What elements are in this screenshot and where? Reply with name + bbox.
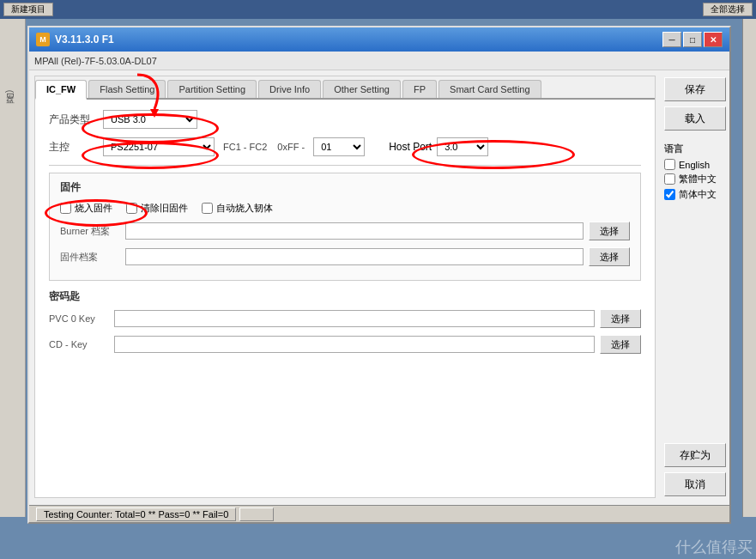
auto-burn-label: 自动烧入韧体: [216, 202, 273, 215]
save-button[interactable]: 保存: [664, 77, 726, 101]
cd-browse-button[interactable]: 选择: [600, 335, 641, 354]
main-controller-label: 主控: [49, 140, 96, 155]
firmware-browse-button[interactable]: 选择: [589, 247, 630, 266]
minimize-button[interactable]: ─: [662, 32, 681, 47]
window-title: V3.11.3.0 F1: [55, 33, 114, 46]
burn-firmware-label: 烧入固件: [75, 202, 112, 215]
firmware-file-label: 固件档案: [60, 251, 120, 264]
sub-toolbar: MPAll (Rel)-7F-5.03.0A-DL07: [29, 52, 729, 70]
host-port-label: Host Port: [389, 141, 432, 153]
burn-firmware-checkbox-item[interactable]: 烧入固件: [60, 202, 112, 215]
product-type-select[interactable]: USB 3.0 USB 2.0: [103, 110, 197, 129]
subtitle-text: MPAll (Rel)-7F-5.03.0A-DL07: [34, 56, 157, 66]
lang-traditional-item[interactable]: 繁體中文: [664, 173, 726, 185]
language-title: 语言: [664, 143, 726, 155]
scrollbar[interactable]: [742, 19, 756, 517]
password-title: 密码匙: [49, 289, 641, 304]
language-section: 语言 English 繁體中文 简体中文: [664, 143, 726, 204]
firmware-file-row: 固件档案 选择: [60, 247, 630, 266]
lang-traditional-label: 繁體中文: [679, 173, 717, 185]
firmware-file-input[interactable]: [125, 248, 584, 265]
burn-firmware-checkbox[interactable]: [60, 203, 71, 214]
cancel-button[interactable]: 取消: [664, 472, 726, 496]
app-icon: M: [36, 33, 50, 46]
burner-file-row: Burner 档案 选择: [60, 222, 630, 240]
status-text: Testing Counter: Total=0 ** Pass=0 ** Fa…: [44, 509, 228, 520]
tab-flash-setting[interactable]: Flash Setting: [88, 80, 166, 98]
firmware-checkboxes: 烧入固件 清除旧固件 自动烧入韧体: [60, 202, 630, 215]
product-type-row: 产品类型 USB 3.0 USB 2.0: [49, 110, 641, 129]
lang-traditional-checkbox[interactable]: [664, 173, 675, 185]
auto-burn-checkbox-item[interactable]: 自动烧入韧体: [202, 202, 273, 215]
taskbar-select-all-btn[interactable]: 全部选择: [703, 3, 753, 16]
main-panel: IC_FW Flash Setting Partition Setting Dr…: [34, 76, 656, 498]
tab-partition-setting[interactable]: Partition Setting: [167, 80, 257, 98]
main-window: M V3.11.3.0 F1 ─ □ ✕ MPAll (Rel)-7F-5.03…: [27, 26, 731, 524]
right-sidebar: 保存 载入 语言 English 繁體中文 简体中文: [661, 70, 729, 503]
cd-key-row: CD - Key 选择: [49, 335, 641, 354]
auto-burn-checkbox[interactable]: [202, 203, 213, 214]
lang-english-checkbox[interactable]: [664, 159, 675, 170]
clear-firmware-checkbox[interactable]: [126, 203, 137, 214]
pvc-browse-button[interactable]: 选择: [600, 309, 641, 328]
lang-english-label: English: [679, 160, 710, 170]
lang-simplified-item[interactable]: 简体中文: [664, 188, 726, 201]
status-section-2: [239, 507, 274, 521]
main-controller-row: 主控 PS2251-07 PS2251-09 FC1 - FC2 0xFF - …: [49, 137, 641, 156]
tab-ic-fw[interactable]: IC_FW: [35, 80, 87, 100]
tab-smart-card[interactable]: Smart Card Setting: [438, 80, 541, 98]
cd-key-input[interactable]: [114, 336, 595, 353]
taskbar-new-btn[interactable]: 新建项目: [3, 3, 53, 16]
host-port-select[interactable]: 3.0 2.0: [437, 137, 488, 156]
title-bar: M V3.11.3.0 F1 ─ □ ✕: [29, 27, 729, 52]
firmware-section-title: 固件: [60, 180, 630, 195]
main-controller-select[interactable]: PS2251-07 PS2251-09: [103, 137, 215, 156]
fc-label: FC1 - FC2: [223, 142, 267, 152]
tab-bar: IC_FW Flash Setting Partition Setting Dr…: [35, 76, 655, 100]
cd-key-label: CD - Key: [49, 339, 109, 349]
tab-drive-info[interactable]: Drive Info: [258, 80, 321, 98]
tab-fp[interactable]: FP: [402, 80, 437, 98]
maximize-button[interactable]: □: [683, 32, 702, 47]
burner-file-label: Burner 档案: [60, 225, 120, 238]
parent-sidebar: 盘 (D:: [0, 19, 26, 517]
host-port-group: Host Port 3.0 2.0: [389, 137, 488, 156]
lang-simplified-checkbox[interactable]: [664, 189, 675, 200]
burner-browse-button[interactable]: 选择: [589, 222, 630, 240]
save-as-button[interactable]: 存贮为: [664, 443, 726, 467]
panel-content: 产品类型 USB 3.0 USB 2.0 主控 PS2251-07 PS2251…: [35, 100, 655, 497]
password-section: 密码匙 PVC 0 Key 选择 CD - Key 选择: [49, 289, 641, 354]
clear-firmware-checkbox-item[interactable]: 清除旧固件: [126, 202, 188, 215]
clear-firmware-label: 清除旧固件: [141, 202, 188, 215]
pvc-key-input[interactable]: [114, 310, 595, 327]
firmware-section: 固件 烧入固件 清除旧固件 自: [49, 173, 641, 281]
close-button[interactable]: ✕: [704, 32, 723, 47]
watermark: 什么值得买: [675, 537, 753, 557]
lang-english-item[interactable]: English: [664, 159, 726, 170]
divider-1: [49, 165, 641, 166]
fc-value-select[interactable]: 01 02 03: [313, 137, 365, 156]
status-bar: Testing Counter: Total=0 ** Pass=0 ** Fa…: [29, 505, 729, 522]
status-text-section: Testing Counter: Total=0 ** Pass=0 ** Fa…: [36, 507, 236, 521]
load-button[interactable]: 载入: [664, 106, 726, 131]
product-type-label: 产品类型: [49, 112, 96, 127]
parent-sidebar-label: 盘 (D:: [3, 88, 15, 101]
fc-hex-label: 0xFF -: [277, 142, 305, 152]
tab-other-setting[interactable]: Other Setting: [323, 80, 401, 98]
lang-simplified-label: 简体中文: [679, 188, 717, 201]
pvc-key-label: PVC 0 Key: [49, 313, 109, 324]
burner-file-input[interactable]: [125, 222, 584, 240]
pvc-key-row: PVC 0 Key 选择: [49, 309, 641, 328]
